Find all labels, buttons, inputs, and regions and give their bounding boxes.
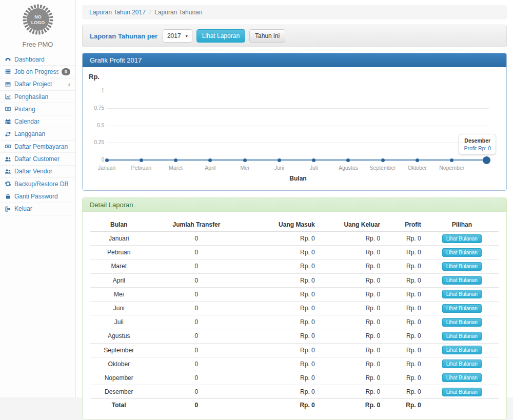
sidebar-item-ganti-password[interactable]: Ganti Password bbox=[0, 190, 75, 203]
data-point-pebruari[interactable] bbox=[140, 158, 143, 162]
table-body-wrap: BulanJumlah TransferUang MasukUang Kelua… bbox=[83, 212, 506, 419]
sidebar-item-piutang[interactable]: Piutang bbox=[0, 103, 75, 115]
cell-bulan: Agustus bbox=[90, 329, 147, 343]
data-point-juli[interactable] bbox=[312, 158, 315, 162]
data-point-oktober[interactable] bbox=[416, 158, 419, 162]
year-select-value: 2017 bbox=[167, 32, 181, 39]
view-monthly-button-september[interactable]: Lihat Bulanan bbox=[442, 346, 482, 354]
cell-bulan: Januari bbox=[90, 232, 147, 246]
x-tick-label: Pebruari bbox=[125, 165, 157, 171]
logo: NO LOGO Free PMO bbox=[0, 0, 75, 48]
cell-uang_keluar: Rp. 0 bbox=[319, 246, 384, 259]
cell-profit: Rp. 0 bbox=[384, 259, 425, 273]
breadcrumb-link[interactable]: Laporan Tahun 2017 bbox=[89, 9, 146, 16]
x-tick-label: April bbox=[194, 165, 227, 171]
x-tick-label: Januari bbox=[90, 165, 123, 171]
data-point-agustus[interactable] bbox=[346, 158, 350, 162]
sign-out-icon bbox=[5, 206, 11, 212]
view-monthly-button-mei[interactable]: Lihat Bulanan bbox=[442, 290, 482, 298]
sidebar-item-backup-restore-db[interactable]: Backup/Restore DB bbox=[0, 178, 75, 190]
cell-pilihan: Lihat Bulanan bbox=[425, 287, 499, 301]
sidebar-item-daftar-customer[interactable]: Daftar Customer bbox=[0, 153, 75, 165]
chevron-left-icon: ‹ bbox=[68, 81, 70, 88]
sidebar-item-job-on-progress[interactable]: Job on Progress0 bbox=[0, 66, 75, 78]
view-monthly-button-juni[interactable]: Lihat Bulanan bbox=[442, 304, 482, 313]
sidebar-item-label: Backup/Restore DB bbox=[14, 181, 68, 188]
view-monthly-button-pebruari[interactable]: Lihat Bulanan bbox=[442, 248, 482, 257]
report-filter-panel: Laporan Tahunan per 2017 ▾ Lihat Laporan… bbox=[82, 25, 507, 47]
cell-profit: Rp. 0 bbox=[384, 301, 425, 315]
data-point-nopember[interactable] bbox=[450, 158, 453, 162]
column-header-uang-keluar: Uang Keluar bbox=[319, 218, 384, 232]
cell-uang_keluar: Rp. 0 bbox=[319, 343, 384, 357]
cell-jumlah_transfer: 0 bbox=[147, 232, 245, 246]
sidebar-item-label: Langganan bbox=[14, 130, 45, 137]
data-point-september[interactable] bbox=[381, 158, 385, 162]
year-select[interactable]: 2017 ▾ bbox=[163, 29, 192, 43]
cell-jumlah_transfer: 0 bbox=[147, 343, 245, 357]
cell-pilihan: Lihat Bulanan bbox=[425, 357, 499, 371]
view-monthly-button-januari[interactable]: Lihat Bulanan bbox=[442, 234, 482, 243]
cell-jumlah_transfer: 0 bbox=[147, 246, 245, 259]
data-point-januari[interactable] bbox=[105, 158, 109, 162]
sidebar-item-daftar-vendor[interactable]: Daftar Vendor bbox=[0, 166, 75, 178]
column-header-pilihan: Pilihan bbox=[425, 218, 499, 232]
table-row-mei: Mei0Rp. 0Rp. 0Rp. 0Lihat Bulanan bbox=[90, 287, 499, 301]
view-monthly-button-maret[interactable]: Lihat Bulanan bbox=[442, 262, 482, 271]
sidebar-item-keluar[interactable]: Keluar bbox=[0, 203, 75, 215]
data-point-juni[interactable] bbox=[278, 158, 281, 162]
cell-bulan: Maret bbox=[90, 259, 147, 273]
exchange-icon bbox=[5, 131, 11, 137]
view-monthly-button-nopember[interactable]: Lihat Bulanan bbox=[442, 373, 482, 382]
cell-pilihan: Lihat Bulanan bbox=[425, 301, 499, 315]
breadcrumb: Laporan Tahun 2017 / Laporan Tahunan bbox=[82, 5, 507, 19]
x-tick-label: September bbox=[366, 165, 399, 171]
filter-label: Laporan Tahunan per bbox=[90, 32, 157, 40]
cell-profit: Rp. 0 bbox=[384, 399, 425, 411]
table-row-september: September0Rp. 0Rp. 0Rp. 0Lihat Bulanan bbox=[90, 343, 499, 357]
cell-uang_keluar: Rp. 0 bbox=[319, 301, 384, 315]
cell-bulan: Juli bbox=[90, 315, 147, 329]
table-row-pebruari: Pebruari0Rp. 0Rp. 0Rp. 0Lihat Bulanan bbox=[90, 246, 499, 259]
cell-pilihan: Lihat Bulanan bbox=[425, 385, 499, 399]
data-point-mei[interactable] bbox=[243, 158, 247, 162]
cell-bulan: September bbox=[90, 343, 147, 357]
cell-uang_keluar: Rp. 0 bbox=[319, 287, 384, 301]
gridline bbox=[107, 91, 489, 91]
main-content: Laporan Tahun 2017 / Laporan Tahunan Lap… bbox=[82, 0, 507, 419]
view-report-button[interactable]: Lihat Laporan bbox=[196, 29, 245, 43]
sidebar-item-daftar-project[interactable]: Daftar Project‹ bbox=[0, 78, 75, 91]
cell-bulan: Nopember bbox=[90, 371, 147, 385]
cell-uang_masuk: Rp. 0 bbox=[245, 232, 319, 246]
sidebar-item-label: Daftar Vendor bbox=[14, 168, 52, 175]
view-monthly-button-desember[interactable]: Lihat Bulanan bbox=[442, 388, 482, 396]
column-header-profit: Profit bbox=[384, 218, 425, 232]
data-point-april[interactable] bbox=[208, 158, 212, 162]
view-monthly-button-oktober[interactable]: Lihat Bulanan bbox=[442, 359, 482, 368]
sidebar-item-langganan[interactable]: Langganan bbox=[0, 128, 75, 141]
cell-uang_masuk: Rp. 0 bbox=[245, 371, 319, 385]
cell-jumlah_transfer: 0 bbox=[147, 315, 245, 329]
money-icon bbox=[5, 143, 11, 150]
sidebar-item-dashboard[interactable]: Dashboard bbox=[0, 53, 75, 66]
view-monthly-button-agustus[interactable]: Lihat Bulanan bbox=[442, 332, 482, 341]
sidebar-item-daftar-pembayaran[interactable]: Daftar Pembayaran bbox=[0, 141, 75, 153]
data-point-maret[interactable] bbox=[174, 158, 177, 162]
cell-profit: Rp. 0 bbox=[384, 329, 425, 343]
view-monthly-button-april[interactable]: Lihat Bulanan bbox=[442, 276, 482, 285]
sidebar-item-label: Penghasilan bbox=[14, 93, 48, 101]
cell-uang_masuk: Rp. 0 bbox=[245, 301, 319, 315]
view-monthly-button-juli[interactable]: Lihat Bulanan bbox=[442, 318, 482, 327]
svg-text:NO: NO bbox=[34, 14, 42, 19]
sidebar-item-penghasilan[interactable]: Penghasilan bbox=[0, 91, 75, 103]
this-year-button[interactable]: Tahun ini bbox=[249, 29, 285, 43]
cell-uang_masuk: Rp. 0 bbox=[245, 343, 319, 357]
table-panel-title: Detail Laporan bbox=[83, 198, 506, 212]
data-point-active-desember[interactable] bbox=[483, 156, 490, 164]
cell-uang_keluar: Rp. 0 bbox=[319, 315, 384, 329]
cell-jumlah_transfer: 0 bbox=[147, 273, 245, 287]
cell-uang_keluar: Rp. 0 bbox=[319, 371, 384, 385]
sidebar-item-calendar[interactable]: Calendar bbox=[0, 115, 75, 128]
cell-bulan: Oktober bbox=[90, 357, 147, 371]
sidebar-item-label: Piutang bbox=[14, 106, 35, 113]
